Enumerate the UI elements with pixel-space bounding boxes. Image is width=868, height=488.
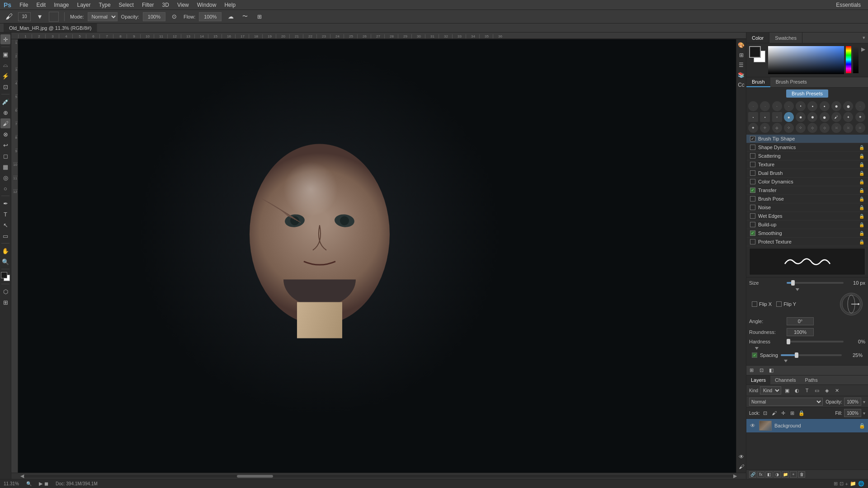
size-slider[interactable] [787, 282, 844, 284]
brush-cell-16[interactable]: ● [807, 112, 817, 122]
scroll-right-btn[interactable]: ▶ [733, 473, 737, 479]
brush-cell-10[interactable]: · [855, 101, 865, 111]
spacing-checkbox[interactable]: ✓ [752, 352, 757, 358]
brush-option-noise[interactable]: Noise 🔒 [746, 203, 868, 212]
add-layer-btn[interactable]: + [790, 471, 797, 478]
brush-option-tip-shape[interactable]: ✓ Brush Tip Shape [746, 135, 868, 143]
brush-cell-6[interactable]: • [807, 101, 817, 111]
color-panel-menu[interactable]: ▾ [860, 33, 868, 43]
brush-cell-25[interactable]: ⁘ [796, 123, 806, 133]
brush-cell-26[interactable]: ⁘ [807, 123, 817, 133]
layer-filter-pixel[interactable]: ▣ [783, 386, 791, 394]
extra-settings-btn[interactable]: ⊞ [254, 11, 265, 22]
side-icon-brush-settings[interactable]: 🖌 [737, 463, 745, 471]
alpha-bar[interactable] [853, 46, 859, 73]
lock-artboard-btn[interactable]: ⊞ [789, 409, 796, 417]
tab-swatches[interactable]: Swatches [769, 33, 802, 43]
opacity-toggle[interactable]: ⊙ [169, 11, 180, 22]
brush-cell-3[interactable]: · [772, 101, 782, 111]
spacing-slider-thumb[interactable] [795, 352, 798, 358]
hardness-slider[interactable] [787, 341, 844, 343]
scroll-thumb[interactable] [237, 475, 273, 478]
canvas-container[interactable] [18, 39, 736, 473]
noise-checkbox[interactable] [750, 205, 755, 210]
add-group-btn[interactable]: 📁 [782, 471, 789, 478]
tab-paths[interactable]: Paths [801, 375, 822, 385]
opacity-input[interactable] [143, 12, 165, 21]
add-adjustment-btn[interactable]: ◑ [774, 471, 781, 478]
brush-cell-12[interactable]: ▪ [760, 112, 770, 122]
brush-cell-18[interactable]: 🖌 [831, 112, 841, 122]
menu-layer[interactable]: Layer [74, 1, 94, 9]
scattering-checkbox[interactable] [750, 153, 755, 159]
tool-blur[interactable]: ◎ [0, 173, 10, 183]
tool-marquee[interactable]: ▣ [0, 49, 10, 59]
brush-cell-8[interactable]: ● [831, 101, 841, 111]
tip-shape-checkbox[interactable]: ✓ [750, 136, 755, 141]
tool-history-brush[interactable]: ↩ [0, 140, 10, 150]
horizontal-scrollbar[interactable]: ◀ ▶ [11, 473, 746, 479]
tool-brush[interactable]: 🖌 [0, 118, 10, 128]
tool-hand[interactable]: ✋ [0, 246, 10, 256]
smoothing-btn[interactable]: 〜 [240, 11, 250, 22]
add-btn[interactable]: + [845, 481, 848, 487]
layer-filter-smart[interactable]: ◈ [823, 386, 831, 394]
brush-option-color-dynamics[interactable]: Color Dynamics 🔒 [746, 178, 868, 186]
side-icon-adjust[interactable]: ☰ [737, 61, 745, 69]
layers-icon-btn-2[interactable]: ⊡ [757, 366, 765, 375]
brush-option-transfer[interactable]: ✓ Transfer 🔒 [746, 186, 868, 195]
size-slider-thumb[interactable] [791, 280, 795, 286]
foreground-background-colors[interactable] [0, 272, 10, 282]
fg-color-swatch[interactable] [749, 46, 761, 58]
tool-eraser[interactable]: ◻ [0, 151, 10, 161]
mode-select[interactable]: Normal [88, 12, 118, 21]
tool-gradient[interactable]: ▦ [0, 162, 10, 172]
tool-type[interactable]: T [0, 209, 10, 219]
airbrush-btn[interactable]: ☁ [225, 11, 236, 22]
brush-cell-1[interactable]: · [748, 101, 758, 111]
side-icon-artboards[interactable]: 🎨 [737, 41, 745, 49]
tab-brush[interactable]: Brush [746, 77, 770, 87]
expand-color-arrow[interactable]: ▶ [861, 46, 865, 52]
lock-transparent-btn[interactable]: ⊡ [762, 409, 769, 417]
menu-3d[interactable]: 3D [159, 1, 173, 9]
hardness-slider-thumb[interactable] [787, 339, 790, 344]
brush-cell-17[interactable]: ● [820, 112, 830, 122]
brush-option-shape-dynamics[interactable]: Shape Dynamics 🔒 [746, 143, 868, 152]
smoothing-checkbox[interactable]: ✓ [750, 230, 755, 236]
menu-type[interactable]: Type [95, 1, 114, 9]
tool-lasso[interactable]: ⌓ [0, 60, 10, 70]
scroll-left-btn[interactable]: ◀ [20, 473, 24, 479]
brush-cell-20[interactable]: ✦ [855, 112, 865, 122]
brush-cell-23[interactable]: ⊹ [772, 123, 782, 133]
angle-roundness-wheel[interactable] [840, 293, 863, 315]
layers-icon-btn-1[interactable]: ⊞ [747, 366, 755, 375]
brush-option-brush-pose[interactable]: Brush Pose 🔒 [746, 195, 868, 203]
color-gradient-picker[interactable] [768, 46, 844, 74]
layer-filter-type[interactable]: T [803, 386, 811, 394]
brush-pose-checkbox[interactable] [750, 196, 755, 202]
folder-btn[interactable]: 📁 [850, 481, 856, 487]
brush-preview-btn[interactable] [49, 12, 59, 22]
side-icon-properties[interactable]: ⊞ [737, 51, 745, 59]
tool-quick-mask[interactable]: ⬡ [0, 286, 10, 296]
brush-cell-14[interactable]: ● [784, 112, 794, 122]
shape-dynamics-checkbox[interactable] [750, 145, 755, 150]
tool-spot-heal[interactable]: ⊕ [0, 108, 10, 117]
tool-pen[interactable]: ✒ [0, 198, 10, 208]
tool-zoom[interactable]: 🔍 [0, 257, 10, 267]
brush-cell-13[interactable]: ▫ [772, 112, 782, 122]
tool-eyedropper[interactable]: 💉 [0, 97, 10, 107]
brush-cell-19[interactable]: ✦ [843, 112, 853, 122]
kind-select[interactable]: Kind [760, 386, 781, 394]
brush-option-smoothing[interactable]: ✓ Smoothing 🔒 [746, 229, 868, 238]
menu-view[interactable]: View [174, 1, 193, 9]
menu-image[interactable]: Image [50, 1, 72, 9]
lock-pixels-btn[interactable]: 🖌 [771, 409, 778, 417]
menu-file[interactable]: File [16, 1, 32, 9]
essentials-button[interactable]: Essentials [832, 1, 864, 9]
brush-cell-9[interactable]: ● [843, 101, 853, 111]
menu-window[interactable]: Window [193, 1, 220, 9]
scroll-track[interactable] [24, 475, 733, 478]
tool-quick-select[interactable]: ⚡ [0, 71, 10, 81]
